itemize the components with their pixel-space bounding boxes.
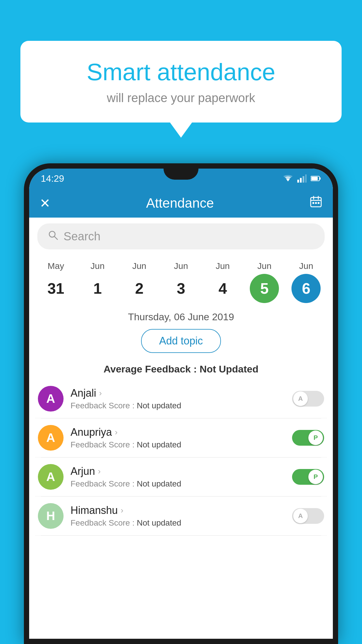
bubble-title: Smart attendance — [44, 58, 318, 86]
student-list: AAnjali ›Feedback Score : Not updatedAAA… — [29, 379, 333, 536]
student-item[interactable]: AArjun ›Feedback Score : Not updatedP — [35, 458, 327, 496]
student-avatar: A — [38, 425, 64, 451]
phone-screen: 14:29 — [29, 169, 333, 639]
svg-rect-3 — [303, 176, 304, 183]
student-info: Arjun ›Feedback Score : Not updated — [71, 465, 285, 489]
cal-month-label: Jun — [91, 261, 105, 271]
speech-bubble: Smart attendance will replace your paper… — [20, 41, 342, 123]
toggle-knob: P — [308, 470, 323, 484]
avg-feedback-value: Not Updated — [200, 363, 259, 374]
cal-month-label: Jun — [299, 261, 313, 271]
student-name: Himanshu › — [71, 504, 285, 517]
svg-line-16 — [55, 237, 57, 239]
svg-rect-2 — [300, 178, 302, 183]
bubble-subtitle: will replace your paperwork — [44, 91, 318, 105]
cal-date-number: 4 — [208, 274, 237, 303]
app-bar: ✕ Attendance — [29, 188, 333, 218]
cal-month-label: Jun — [132, 261, 146, 271]
avg-feedback-prefix: Average Feedback : — [103, 363, 199, 374]
status-bar: 14:29 — [29, 169, 333, 188]
app-bar-title: Attendance — [146, 195, 214, 211]
phone-frame: 14:29 — [24, 163, 338, 644]
cal-month-label: Jun — [174, 261, 188, 271]
cal-date-number: 1 — [83, 274, 112, 303]
calendar-strip: May31Jun1Jun2Jun3Jun4Jun5Jun6 — [29, 255, 333, 306]
attendance-toggle[interactable]: P — [292, 469, 324, 485]
student-score: Feedback Score : Not updated — [71, 440, 285, 449]
student-name: Anupriya › — [71, 426, 285, 438]
cal-date-number: 2 — [125, 274, 154, 303]
svg-rect-1 — [297, 180, 299, 183]
attendance-toggle[interactable]: P — [292, 430, 324, 446]
svg-rect-6 — [319, 177, 321, 180]
average-feedback: Average Feedback : Not Updated — [29, 359, 333, 379]
cal-month-label: May — [48, 261, 64, 271]
calendar-day[interactable]: Jun3 — [164, 261, 198, 303]
search-placeholder: Search — [64, 230, 101, 243]
student-avatar: H — [38, 503, 64, 529]
search-icon — [48, 230, 58, 243]
status-time: 14:29 — [41, 173, 64, 184]
cal-date-number: 5 — [250, 274, 279, 303]
student-item[interactable]: AAnjali ›Feedback Score : Not updatedA — [35, 379, 327, 418]
status-icons — [283, 174, 321, 183]
calendar-day[interactable]: Jun1 — [80, 261, 115, 303]
svg-rect-7 — [311, 177, 318, 180]
svg-rect-14 — [318, 202, 319, 204]
cal-date-number: 3 — [166, 274, 196, 303]
attendance-toggle[interactable]: A — [292, 391, 324, 407]
student-score: Feedback Score : Not updated — [71, 479, 285, 489]
calendar-day[interactable]: Jun5 — [247, 261, 282, 303]
toggle-knob: A — [293, 391, 308, 406]
student-info: Anupriya ›Feedback Score : Not updated — [71, 426, 285, 449]
student-score: Feedback Score : Not updated — [71, 401, 285, 410]
close-button[interactable]: ✕ — [40, 196, 50, 211]
student-avatar: A — [38, 464, 64, 490]
calendar-button[interactable] — [310, 195, 322, 211]
attendance-toggle[interactable]: A — [292, 508, 324, 524]
add-topic-label: Add topic — [159, 335, 203, 347]
search-bar[interactable]: Search — [37, 223, 325, 249]
student-avatar: A — [38, 386, 64, 412]
cal-date-number: 31 — [41, 274, 71, 303]
student-info: Himanshu ›Feedback Score : Not updated — [71, 504, 285, 528]
calendar-day[interactable]: Jun2 — [122, 261, 157, 303]
svg-rect-4 — [305, 174, 307, 183]
toggle-knob: P — [308, 430, 323, 445]
cal-month-label: Jun — [216, 261, 230, 271]
calendar-day[interactable]: Jun4 — [205, 261, 240, 303]
calendar-day[interactable]: May31 — [38, 261, 73, 303]
student-info: Anjali ›Feedback Score : Not updated — [71, 387, 285, 410]
student-item[interactable]: HHimanshu ›Feedback Score : Not updatedA — [35, 497, 327, 536]
cal-month-label: Jun — [257, 261, 271, 271]
student-name: Arjun › — [71, 465, 285, 477]
battery-icon — [311, 175, 321, 182]
calendar-day[interactable]: Jun6 — [289, 261, 324, 303]
speech-bubble-container: Smart attendance will replace your paper… — [20, 41, 342, 123]
selected-date: Thursday, 06 June 2019 — [29, 306, 333, 326]
svg-rect-13 — [315, 202, 317, 204]
student-name: Anjali › — [71, 387, 285, 399]
add-topic-button[interactable]: Add topic — [141, 329, 221, 353]
signal-icon — [297, 174, 307, 183]
student-score: Feedback Score : Not updated — [71, 518, 285, 528]
toggle-knob: A — [293, 509, 308, 523]
student-item[interactable]: AAnupriya ›Feedback Score : Not updatedP — [35, 419, 327, 457]
notch — [164, 169, 198, 180]
cal-date-number: 6 — [291, 274, 321, 303]
wifi-icon — [283, 174, 293, 183]
svg-rect-12 — [312, 202, 314, 204]
